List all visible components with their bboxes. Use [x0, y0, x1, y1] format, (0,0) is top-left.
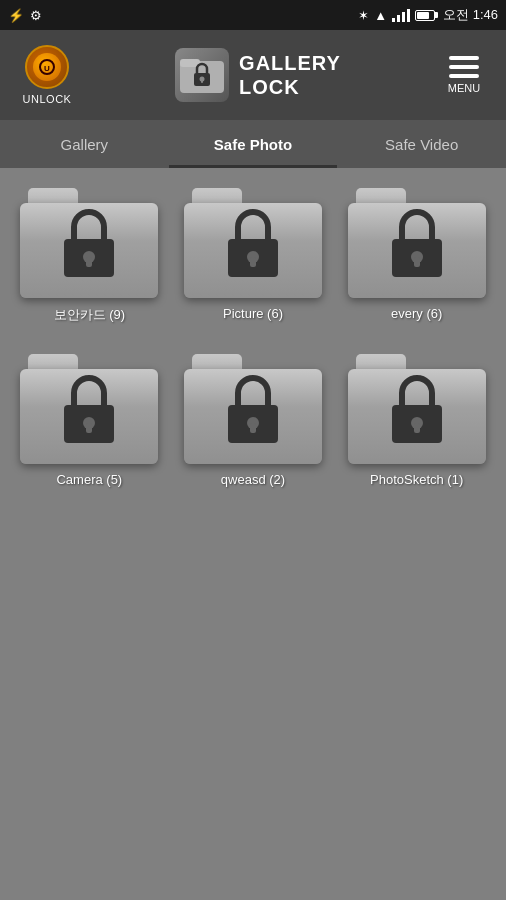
folder-lock [382, 207, 452, 286]
tab-safe-photo[interactable]: Safe Photo [169, 120, 338, 168]
folder-icon-6 [348, 354, 486, 464]
tab-bar: Gallery Safe Photo Safe Video [0, 120, 506, 168]
usb-icon: ⚡ [8, 8, 24, 23]
hamburger-icon [449, 56, 479, 78]
app-header: U UNLOCK GALLERY LOCK [0, 30, 506, 120]
folder-label-5: qweasd (2) [221, 472, 285, 487]
svg-text:U: U [44, 64, 50, 73]
folder-item[interactable]: Picture (6) [174, 188, 333, 324]
folder-icon-4 [20, 354, 158, 464]
unlock-label: UNLOCK [23, 93, 72, 105]
status-bar: ⚡ ⚙ ✶ ▲ 오전 1:46 [0, 0, 506, 30]
folder-icon-2 [184, 188, 322, 298]
app-logo: GALLERY LOCK [175, 48, 341, 102]
svg-rect-24 [414, 423, 420, 433]
unlock-inner: U [33, 53, 61, 81]
logo-icon [175, 48, 229, 102]
svg-rect-21 [250, 423, 256, 433]
logo-text-bottom: LOCK [239, 75, 341, 99]
folder-label-4: Camera (5) [56, 472, 122, 487]
folder-item[interactable]: every (6) [337, 188, 496, 324]
folder-item[interactable]: Camera (5) [10, 354, 169, 487]
folder-icon-1 [20, 188, 158, 298]
folder-item[interactable]: 보안카드 (9) [10, 188, 169, 324]
folder-lock [382, 373, 452, 452]
logo-text-top: GALLERY [239, 51, 341, 75]
svg-rect-15 [414, 257, 420, 267]
notification-icon: ⚙ [30, 8, 42, 23]
main-content: 보안카드 (9) Picture (6) [0, 168, 506, 507]
battery-icon [415, 10, 438, 21]
signal-icon [392, 8, 410, 22]
status-left-icons: ⚡ ⚙ [8, 8, 42, 23]
folder-icon-5 [184, 354, 322, 464]
status-time: 오전 1:46 [443, 6, 498, 24]
folder-icon-3 [348, 188, 486, 298]
svg-rect-9 [86, 257, 92, 267]
svg-rect-6 [201, 79, 203, 83]
folder-lock [218, 373, 288, 452]
folder-item[interactable]: qweasd (2) [174, 354, 333, 487]
unlock-circle-icon: U [25, 45, 69, 89]
svg-rect-12 [250, 257, 256, 267]
bluetooth-icon: ✶ [358, 8, 369, 23]
svg-rect-18 [86, 423, 92, 433]
logo-lock-svg [178, 51, 226, 99]
folder-lock [54, 207, 124, 286]
logo-text: GALLERY LOCK [239, 51, 341, 99]
status-right-icons: ✶ ▲ 오전 1:46 [358, 6, 498, 24]
folder-label-2: Picture (6) [223, 306, 283, 321]
folder-item[interactable]: PhotoSketch (1) [337, 354, 496, 487]
tab-safe-video[interactable]: Safe Video [337, 120, 506, 168]
folder-label-3: every (6) [391, 306, 442, 321]
unlock-button[interactable]: U UNLOCK [12, 45, 82, 105]
folder-lock [218, 207, 288, 286]
folder-label-1: 보안카드 (9) [54, 306, 126, 324]
folder-label-6: PhotoSketch (1) [370, 472, 463, 487]
tab-gallery[interactable]: Gallery [0, 120, 169, 168]
wifi-icon: ▲ [374, 8, 387, 23]
folder-lock [54, 373, 124, 452]
menu-label: MENU [448, 82, 480, 94]
menu-button[interactable]: MENU [434, 56, 494, 94]
unlock-icon-svg: U [38, 58, 56, 76]
